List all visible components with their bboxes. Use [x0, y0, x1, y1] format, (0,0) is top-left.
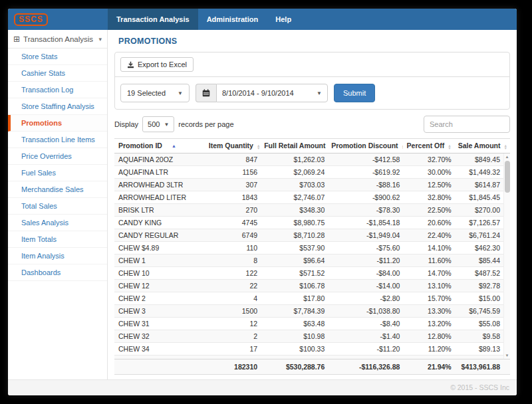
table-row[interactable]: CHEW 4793$4,273.65-$547.4012.80%$3,726.2…: [114, 355, 510, 359]
totals-cell: 182310: [205, 359, 261, 374]
table-row[interactable]: CHEW 3112$63.48-$8.4013.20%$55.08: [114, 317, 510, 330]
nav-item-help[interactable]: Help: [267, 9, 300, 30]
sidebar-item-fuel-sales[interactable]: Fuel Sales: [8, 165, 107, 181]
column-header-promotion-discount[interactable]: Promotion Discount▲▼: [328, 139, 403, 153]
table-cell: $537.90: [261, 241, 328, 254]
table-cell: $10.98: [261, 330, 328, 342]
chevron-down-icon: ▾: [98, 36, 102, 43]
table-row[interactable]: ARROWHEAD LITER1843$2,746.07-$900.6232.8…: [114, 191, 510, 203]
export-row: Export to Excel: [115, 52, 509, 77]
date-range-group: 8/10/2014 - 9/10/2014 ▼: [196, 84, 328, 102]
column-header-full-retail-amount[interactable]: Full Retail Amount▲▼: [261, 139, 328, 153]
scroll-up-icon[interactable]: ▲: [504, 154, 510, 159]
table-cell: $703.03: [261, 178, 328, 191]
table-cell: -$11.20: [328, 342, 403, 355]
promotions-table-header: Promotion ID▲Item Quantity▲▼Full Retail …: [114, 138, 510, 153]
table-row[interactable]: BRISK LTR270$348.30-$78.3022.50%$270.00: [114, 203, 510, 216]
table-cell: $8,980.75: [261, 216, 328, 229]
sort-icon: ▲▼: [402, 144, 404, 150]
table-row[interactable]: AQUAFINA 20OZ847$1,262.03-$412.5832.70%$…: [114, 153, 510, 166]
table-scrollbar[interactable]: ▲ ▼: [503, 153, 510, 359]
table-cell: -$1,038.80: [328, 304, 403, 317]
table-row[interactable]: AQUAFINA LTR1156$2,069.24-$619.9230.00%$…: [114, 165, 510, 178]
sidebar-item-cashier-stats[interactable]: Cashier Stats: [8, 65, 107, 82]
nav-item-transaction-analysis[interactable]: Transaction Analysis: [108, 9, 198, 30]
sort-icon: ▲▼: [448, 144, 451, 150]
nav-item-administration[interactable]: Administration: [198, 9, 267, 30]
table-cell: CHEW 12: [114, 279, 205, 292]
table-cell: 1156: [205, 165, 261, 178]
table-cell: 12.80%: [403, 330, 454, 342]
sidebar-item-transaction-log[interactable]: Transaction Log: [8, 82, 107, 98]
table-cell: 32.70%: [403, 153, 454, 166]
table-row[interactable]: CHEW 322$10.98-$1.4012.80%$9.58: [114, 330, 510, 342]
sidebar-item-sales-analysis[interactable]: Sales Analysis: [8, 215, 107, 231]
sscs-logo[interactable]: SSCS: [14, 13, 48, 26]
table-cell: 13.30%: [403, 304, 454, 317]
sidebar-item-transaction-line-items[interactable]: Transaction Line Items: [8, 132, 107, 148]
sidebar-item-total-sales[interactable]: Total Sales: [8, 198, 107, 215]
search-input[interactable]: [424, 116, 510, 133]
export-to-excel-button[interactable]: Export to Excel: [120, 57, 194, 72]
sidebar-item-promotions[interactable]: Promotions: [8, 115, 107, 132]
column-header-promotion-id[interactable]: Promotion ID▲: [114, 139, 205, 153]
table-cell: -$412.58: [328, 153, 403, 166]
totals-cell: $530,288.76: [261, 359, 328, 374]
sidebar-item-store-stats[interactable]: Store Stats: [8, 49, 107, 65]
sidebar-item-store-staffing-analysis[interactable]: Store Staffing Analysis: [8, 98, 107, 115]
scroll-down-icon[interactable]: ▼: [504, 353, 510, 358]
promotions-table: AQUAFINA 20OZ847$1,262.03-$412.5832.70%$…: [114, 153, 510, 359]
table-cell: $3,726.25: [455, 355, 510, 359]
table-row[interactable]: CHEW $4.89110$537.90-$75.6014.10%$462.30: [114, 241, 510, 254]
table-cell: $1,845.45: [455, 191, 510, 203]
stores-selected-dropdown[interactable]: 19 Selected ▼: [120, 84, 190, 102]
table-cell: -$14.00: [328, 279, 403, 292]
column-header-sale-amount[interactable]: Sale Amount▲▼: [455, 139, 510, 153]
table-cell: $92.78: [455, 279, 510, 292]
table-cell: 13.20%: [403, 317, 454, 330]
table-row[interactable]: ARROWHEAD 3LTR307$703.03-$88.1612.50%$61…: [114, 178, 510, 191]
table-cell: 270: [205, 203, 261, 216]
page-size-value: 500: [148, 120, 160, 128]
table-cell: $55.08: [455, 317, 510, 330]
table-cell: CHEW 31: [114, 317, 205, 330]
table-cell: $487.52: [455, 266, 510, 279]
sidebar-item-price-overrides[interactable]: Price Overrides: [8, 148, 107, 165]
table-cell: $100.33: [261, 342, 328, 355]
table-row[interactable]: CHEW 3417$100.33-$11.2011.20%$89.13: [114, 342, 510, 355]
table-row[interactable]: CHEW 18$96.64-$11.2011.60%$85.44: [114, 254, 510, 266]
main-content: PROMOTIONS Export to Excel 19 Selecte: [108, 30, 517, 379]
date-range-picker[interactable]: 8/10/2014 - 9/10/2014 ▼: [216, 84, 328, 102]
sidebar-item-item-totals[interactable]: Item Totals: [8, 231, 107, 248]
table-row[interactable]: CANDY REGULAR6749$8,710.28-$1,949.0422.4…: [114, 229, 510, 241]
table-cell: $2,069.24: [261, 165, 328, 178]
table-cell: CANDY KING: [114, 216, 205, 229]
totals-row: 182310$530,288.76-$116,326.8821.94%$413,…: [114, 359, 510, 374]
table-cell: $849.45: [455, 153, 510, 166]
table-row[interactable]: CHEW 24$17.80-$2.8015.70%$15.00: [114, 292, 510, 304]
column-header-item-quantity[interactable]: Item Quantity▲▼: [205, 139, 261, 153]
table-row[interactable]: CHEW 31500$7,784.39-$1,038.8013.30%$6,74…: [114, 304, 510, 317]
app-window: SSCS Transaction AnalysisAdministrationH…: [8, 9, 517, 395]
table-row[interactable]: CHEW 1222$106.78-$14.0013.10%$92.78: [114, 279, 510, 292]
table-row[interactable]: CHEW 10122$571.52-$84.0014.70%$487.52: [114, 266, 510, 279]
table-cell: $270.00: [455, 203, 510, 216]
scrollbar-thumb[interactable]: [505, 161, 510, 193]
calendar-icon-addon[interactable]: [196, 84, 216, 102]
sidebar-item-merchandise-sales[interactable]: Merchandise Sales: [8, 181, 107, 198]
table-cell: 11.20%: [403, 342, 454, 355]
export-label: Export to Excel: [138, 60, 187, 68]
sidebar-header[interactable]: ⊞ Transaction Analysis ▾: [8, 30, 107, 49]
submit-button[interactable]: Submit: [334, 84, 375, 102]
column-header-percent-off[interactable]: Percent Off▲▼: [403, 139, 454, 153]
page-size-select[interactable]: 500 ▼: [142, 116, 174, 132]
caret-down-icon: ▼: [178, 90, 183, 96]
table-body: AQUAFINA 20OZ847$1,262.03-$412.5832.70%$…: [114, 153, 510, 359]
table-cell: 12: [205, 317, 261, 330]
table-cell: 1500: [205, 304, 261, 317]
table-row[interactable]: CANDY KING4745$8,980.75-$1,854.1820.60%$…: [114, 216, 510, 229]
table-cell: CHEW 4: [114, 355, 205, 359]
table-cell: $4,273.65: [261, 355, 328, 359]
sidebar-item-item-analysis[interactable]: Item Analysis: [8, 248, 107, 264]
sidebar-item-dashboards[interactable]: Dashboards: [8, 264, 107, 281]
